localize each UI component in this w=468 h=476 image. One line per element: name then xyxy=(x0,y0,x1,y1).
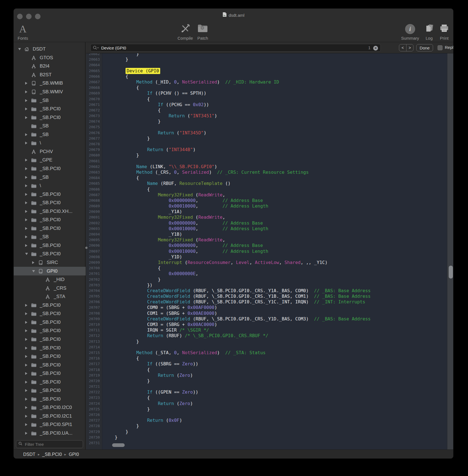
disclosure-triangle[interactable] xyxy=(25,235,31,238)
sidebar-item-sb-pci0[interactable]: _SB.PCI0 xyxy=(14,386,86,395)
done-button[interactable]: Done xyxy=(416,44,433,51)
log-button[interactable]: Log xyxy=(424,21,434,41)
breadcrumb-segment-dsdt[interactable]: DSDT xyxy=(23,452,36,457)
disclosure-triangle[interactable] xyxy=(25,347,31,349)
vertical-scrollbar-track[interactable] xyxy=(447,53,453,449)
sidebar-item-sb-pci0[interactable]: _SB.PCI0 xyxy=(14,378,86,386)
disclosure-triangle[interactable] xyxy=(25,159,31,161)
replace-checkbox[interactable] xyxy=(438,45,443,50)
fonts-button[interactable]: A Fonts xyxy=(18,21,28,41)
disclosure-triangle[interactable] xyxy=(25,389,31,392)
sidebar-item-sb-wmiv[interactable]: _SB.WMIV xyxy=(14,88,86,96)
sidebar-item-sb-pci0[interactable]: _SB.PCI0 xyxy=(14,105,86,113)
horizontal-scrollbar-thumb[interactable] xyxy=(112,443,125,447)
find-previous-button[interactable]: < xyxy=(399,44,406,51)
sidebar-item-sb-pci0[interactable]: _SB.PCI0 xyxy=(14,165,86,173)
disclosure-triangle[interactable] xyxy=(25,423,31,426)
find-input[interactable] xyxy=(101,44,363,51)
disclosure-triangle[interactable] xyxy=(25,338,31,341)
code-editor[interactable]: 2066220663206642066520666206672066820669… xyxy=(86,53,453,449)
sidebar-item-[interactable]: \ xyxy=(14,182,86,190)
sidebar-item-sb-pci0[interactable]: _SB.PCI0 xyxy=(14,301,86,310)
sidebar-item-sb-pci0[interactable]: _SB.PCI0 xyxy=(14,327,86,335)
sidebar-item-pchv[interactable]: PCHV xyxy=(14,147,86,156)
disclosure-triangle[interactable] xyxy=(25,312,31,315)
breadcrumb-segment-scope[interactable]: _SB.PCI0 xyxy=(42,452,62,457)
sidebar-item-sb-pci0-i2c0[interactable]: _SB.PCI0.I2C0 xyxy=(14,403,86,412)
disclosure-triangle[interactable] xyxy=(25,193,31,196)
disclosure-triangle[interactable] xyxy=(25,227,31,230)
sidebar-item-sb-pci0[interactable]: _SB.PCI0 xyxy=(14,318,86,327)
sidebar-item-sirc[interactable]: SIRC xyxy=(14,258,86,267)
disclosure-triangle[interactable] xyxy=(25,304,31,307)
summary-button[interactable]: i Summary xyxy=(401,21,419,41)
disclosure-triangle[interactable] xyxy=(25,406,31,409)
disclosure-triangle[interactable] xyxy=(25,91,31,93)
disclosure-triangle[interactable] xyxy=(32,261,38,264)
disclosure-triangle[interactable] xyxy=(25,133,31,136)
disclosure-triangle[interactable] xyxy=(25,398,31,401)
disclosure-triangle[interactable] xyxy=(25,184,31,187)
sidebar-item-sb-pci0[interactable]: _SB.PCI0 xyxy=(14,113,86,122)
print-button[interactable]: Print xyxy=(439,21,449,41)
disclosure-triangle[interactable] xyxy=(25,432,31,435)
disclosure-triangle[interactable] xyxy=(25,321,31,324)
sidebar-item-sb-pci0[interactable]: _SB.PCI0 xyxy=(14,216,86,224)
sidebar-item-sb-pci0[interactable]: _SB.PCI0 xyxy=(14,395,86,404)
disclosure-triangle[interactable] xyxy=(25,355,31,358)
sidebar-item-sb[interactable]: _SB xyxy=(14,173,86,182)
disclosure-triangle[interactable] xyxy=(25,329,31,332)
vertical-scrollbar-thumb[interactable] xyxy=(449,266,453,279)
search-menu-icon[interactable] xyxy=(93,46,99,50)
sidebar-tree[interactable]: DSDTGTOSB2I4B2ST_SB.WMIB_SB.WMIV_SB_SB.P… xyxy=(14,42,86,439)
disclosure-triangle[interactable] xyxy=(25,201,31,204)
find-field[interactable]: 1 ✕ xyxy=(90,44,381,52)
sidebar-item-sb-pci0-xh[interactable]: _SB.PCI0.XH... xyxy=(14,207,86,216)
disclosure-triangle[interactable] xyxy=(25,218,31,221)
sidebar-item-sb-pci0[interactable]: _SB.PCI0 xyxy=(14,224,86,233)
sidebar-item-b2i4[interactable]: B2I4 xyxy=(14,62,86,71)
sidebar-item-sb-pci0[interactable]: _SB.PCI0 xyxy=(14,199,86,207)
sidebar-item-b2st[interactable]: B2ST xyxy=(14,71,86,79)
sidebar-item-sb-pci0-ua[interactable]: _SB.PCI0.UA... xyxy=(14,429,86,438)
disclosure-triangle[interactable] xyxy=(25,142,31,144)
sidebar-item-gpe[interactable]: _GPE xyxy=(14,156,86,165)
splitter-handle[interactable] xyxy=(85,247,88,249)
patch-button[interactable]: ⚙ Patch xyxy=(197,21,208,41)
sidebar-item-sb-pci0[interactable]: _SB.PCI0 xyxy=(14,369,86,378)
breadcrumb-segment-device[interactable]: GPI0 xyxy=(69,452,79,457)
sidebar-item-[interactable]: \ xyxy=(14,139,86,147)
sidebar-item-sb-pci0[interactable]: _SB.PCI0 xyxy=(14,250,86,258)
filter-tree-input[interactable] xyxy=(24,442,77,447)
sidebar-item-sb[interactable]: _SB xyxy=(14,130,86,139)
sidebar-item-sb-pci0[interactable]: _SB.PCI0 xyxy=(14,310,86,318)
sidebar-item-sb[interactable]: _SB xyxy=(14,122,86,130)
sidebar-item-dsdt[interactable]: DSDT xyxy=(14,45,86,54)
sidebar-item-sb-pci0[interactable]: _SB.PCI0 xyxy=(14,361,86,369)
disclosure-triangle[interactable] xyxy=(25,372,31,375)
sidebar-item-sb-wmib[interactable]: _SB.WMIB xyxy=(14,79,86,88)
disclosure-triangle[interactable] xyxy=(25,210,31,213)
compile-button[interactable]: Compile xyxy=(178,21,193,41)
sidebar-item-sb-pci0-i2c1[interactable]: _SB.PCI0.I2C1 xyxy=(14,412,86,421)
disclosure-triangle[interactable] xyxy=(32,270,38,272)
disclosure-triangle[interactable] xyxy=(25,244,31,247)
sidebar-item-hid[interactable]: _HID xyxy=(14,275,86,284)
disclosure-triangle[interactable] xyxy=(25,381,31,384)
sidebar-item-sb-pci0[interactable]: _SB.PCI0 xyxy=(14,344,86,352)
sidebar-item-gpi0[interactable]: GPI0 xyxy=(14,267,86,275)
clear-search-icon[interactable]: ✕ xyxy=(373,46,378,51)
disclosure-triangle[interactable] xyxy=(25,253,31,255)
sidebar-item-sb-pci0[interactable]: _SB.PCI0 xyxy=(14,241,86,250)
sidebar-item-sb-pci0[interactable]: _SB.PCI0 xyxy=(14,352,86,361)
disclosure-triangle[interactable] xyxy=(25,167,31,170)
disclosure-triangle[interactable] xyxy=(25,116,31,119)
sidebar-item-sb[interactable]: _SB xyxy=(14,233,86,241)
sidebar-item-sb-pci0-spi1[interactable]: _SB.PCI0.SPI1 xyxy=(14,420,86,429)
filter-tree-field[interactable] xyxy=(16,440,83,448)
disclosure-triangle[interactable] xyxy=(25,364,31,366)
sidebar-item-sta[interactable]: _STA xyxy=(14,292,86,301)
find-next-button[interactable]: > xyxy=(406,44,413,51)
sidebar-item-sb-pci0[interactable]: _SB.PCI0 xyxy=(14,190,86,199)
disclosure-triangle[interactable] xyxy=(25,108,31,110)
